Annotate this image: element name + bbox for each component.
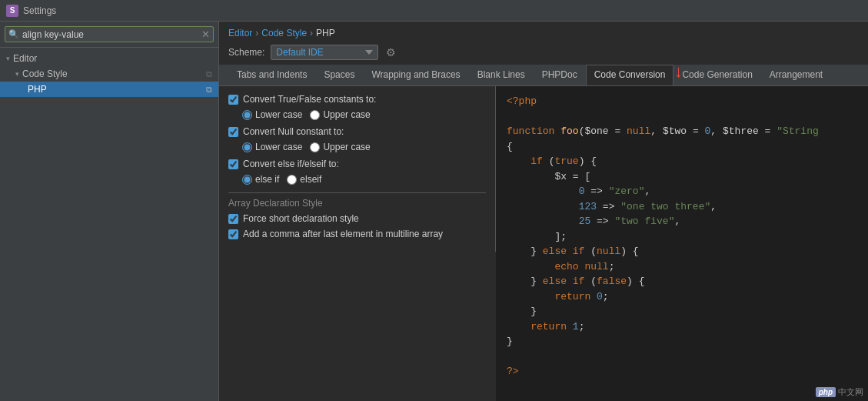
elseif-radio[interactable] bbox=[287, 175, 297, 185]
content-area: Editor › Code Style › PHP Scheme: Defaul… bbox=[219, 22, 868, 401]
watermark: php 中文网 bbox=[816, 386, 863, 398]
code-line-if: if (true) { bbox=[507, 154, 857, 169]
convert-null-label[interactable]: Convert Null constant to: bbox=[243, 126, 344, 137]
copy2-icon: ⧉ bbox=[206, 85, 212, 95]
elseif-label[interactable]: elseif bbox=[287, 174, 321, 185]
app-icon: S bbox=[6, 5, 18, 17]
search-wrapper[interactable]: 🔍 ✕ bbox=[5, 26, 214, 42]
else-if-radio[interactable] bbox=[242, 175, 252, 185]
code-line-phptag: <?php bbox=[507, 94, 857, 109]
force-short-checkbox[interactable] bbox=[228, 214, 238, 224]
null-lower-text: Lower case bbox=[255, 142, 302, 152]
code-line-x-assign: $x = [ bbox=[507, 169, 857, 185]
code-line-function: function foo($one = null, $two = 0, $thr… bbox=[507, 124, 857, 139]
breadcrumb-sep2: › bbox=[310, 28, 313, 38]
code-line-zero: 0 => "zero", bbox=[507, 184, 857, 199]
null-lower-label[interactable]: Lower case bbox=[242, 142, 302, 152]
code-line-blank bbox=[507, 109, 857, 125]
code-style-label: Code Style bbox=[22, 69, 68, 79]
convert-true-false-row: Convert True/False constants to: bbox=[228, 94, 486, 105]
settings-panel-wrapper: → Convert True/False constants to: Lower… bbox=[219, 86, 496, 401]
scheme-row: Scheme: Default IDE Project ⚙ bbox=[219, 42, 868, 65]
tab-spaces[interactable]: Spaces bbox=[315, 65, 363, 85]
convert-true-false-label[interactable]: Convert True/False constants to: bbox=[243, 94, 376, 105]
sidebar-item-php[interactable]: PHP ⧉ bbox=[0, 82, 218, 97]
copy-icon: ⧉ bbox=[206, 69, 212, 79]
code-line-else-if-null: } else if (null) { bbox=[507, 244, 857, 259]
null-upper-label[interactable]: Upper case bbox=[310, 142, 370, 152]
tab-area-wrapper: ↓ Tabs and Indents Spaces Wrapping and B… bbox=[219, 65, 868, 86]
true-false-lower-radio[interactable] bbox=[242, 110, 252, 120]
breadcrumb-code-style[interactable]: Code Style bbox=[261, 28, 307, 38]
null-lower-radio[interactable] bbox=[242, 142, 252, 152]
convert-else-label[interactable]: Convert else if/elseif to: bbox=[243, 159, 339, 169]
split-area: → Convert True/False constants to: Lower… bbox=[219, 86, 868, 401]
null-radio-group: Lower case Upper case bbox=[242, 142, 486, 152]
window-title: Settings bbox=[23, 5, 56, 16]
code-line-close-bracket: ]; bbox=[507, 229, 857, 245]
convert-else-row: Convert else if/elseif to: bbox=[228, 159, 486, 169]
breadcrumb-php: PHP bbox=[316, 28, 335, 38]
convert-true-false-checkbox[interactable] bbox=[228, 95, 238, 105]
scheme-label: Scheme: bbox=[228, 47, 264, 58]
force-short-row: Force short declaration style bbox=[228, 213, 486, 224]
convert-null-row: Convert Null constant to: bbox=[228, 126, 486, 137]
tab-bar: Tabs and Indents Spaces Wrapping and Bra… bbox=[219, 65, 868, 86]
tab-code-conversion[interactable]: Code Conversion bbox=[586, 65, 674, 86]
search-icon: 🔍 bbox=[8, 29, 19, 39]
code-line-close-func: } bbox=[507, 334, 857, 349]
tab-tabs-and-indents[interactable]: Tabs and Indents bbox=[228, 65, 315, 85]
tab-phpdoc[interactable]: PHPDoc bbox=[534, 65, 586, 85]
add-comma-row: Add a comma after last element in multil… bbox=[228, 229, 486, 239]
add-comma-checkbox[interactable] bbox=[228, 229, 238, 239]
settings-panel: Convert True/False constants to: Lower c… bbox=[219, 86, 496, 252]
true-false-lower-label[interactable]: Lower case bbox=[242, 109, 302, 120]
editor-label: Editor bbox=[13, 53, 37, 64]
code-line-open-brace: { bbox=[507, 139, 857, 155]
true-false-upper-radio[interactable] bbox=[310, 110, 320, 120]
breadcrumb: Editor › Code Style › PHP bbox=[219, 22, 868, 42]
code-line-25: 25 => "two five", bbox=[507, 214, 857, 229]
php-badge: php bbox=[816, 387, 836, 397]
else-radio-group: else if elseif bbox=[242, 174, 486, 185]
search-input[interactable] bbox=[22, 29, 198, 40]
sidebar-item-editor[interactable]: ▾ Editor bbox=[0, 51, 218, 66]
true-false-upper-label[interactable]: Upper case bbox=[310, 109, 370, 120]
arrow-icon: ▾ bbox=[15, 70, 19, 78]
tab-code-generation[interactable]: Code Generation bbox=[673, 65, 760, 85]
elseif-text: elseif bbox=[300, 174, 321, 185]
clear-icon[interactable]: ✕ bbox=[201, 28, 210, 40]
sidebar-item-code-style[interactable]: ▾ Code Style ⧉ bbox=[0, 66, 218, 82]
watermark-text: 中文网 bbox=[838, 386, 863, 398]
code-line-echo-null: echo null; bbox=[507, 259, 857, 275]
add-comma-label[interactable]: Add a comma after last element in multil… bbox=[243, 229, 443, 239]
code-line-return-0: return 0; bbox=[507, 289, 857, 305]
gear-button[interactable]: ⚙ bbox=[384, 45, 397, 60]
true-false-radio-group: Lower case Upper case bbox=[242, 109, 486, 120]
code-line-123: 123 => "one two three", bbox=[507, 199, 857, 215]
code-line-close-if: } bbox=[507, 304, 857, 319]
null-upper-text: Upper case bbox=[323, 142, 370, 152]
titlebar: S Settings bbox=[0, 0, 868, 22]
breadcrumb-editor[interactable]: Editor bbox=[228, 28, 252, 38]
tab-arrangement[interactable]: Arrangement bbox=[761, 65, 831, 85]
tab-wrapping-and-braces[interactable]: Wrapping and Braces bbox=[363, 65, 468, 85]
scheme-select[interactable]: Default IDE Project bbox=[271, 45, 378, 60]
sidebar: 🔍 ✕ ▾ Editor ▾ Code Style ⧉ PHP ⧉ bbox=[0, 22, 219, 401]
code-preview: <?php function foo($one = null, $two = 0… bbox=[496, 86, 868, 401]
force-short-label[interactable]: Force short declaration style bbox=[243, 213, 359, 224]
tab-blank-lines[interactable]: Blank Lines bbox=[469, 65, 534, 85]
php-label: PHP bbox=[28, 84, 47, 95]
convert-null-checkbox[interactable] bbox=[228, 127, 238, 137]
true-false-lower-text: Lower case bbox=[255, 109, 302, 120]
code-line-blank2 bbox=[507, 349, 857, 365]
main-layout: 🔍 ✕ ▾ Editor ▾ Code Style ⧉ PHP ⧉ Ed bbox=[0, 22, 868, 401]
arrow-icon: ▾ bbox=[6, 55, 10, 62]
else-if-label[interactable]: else if bbox=[242, 174, 279, 185]
true-false-upper-text: Upper case bbox=[323, 109, 370, 120]
convert-else-checkbox[interactable] bbox=[228, 159, 238, 169]
sidebar-tree: ▾ Editor ▾ Code Style ⧉ PHP ⧉ bbox=[0, 48, 218, 401]
null-upper-radio[interactable] bbox=[310, 142, 320, 152]
code-line-closetag: ?> bbox=[507, 364, 857, 379]
breadcrumb-sep1: › bbox=[255, 28, 258, 38]
